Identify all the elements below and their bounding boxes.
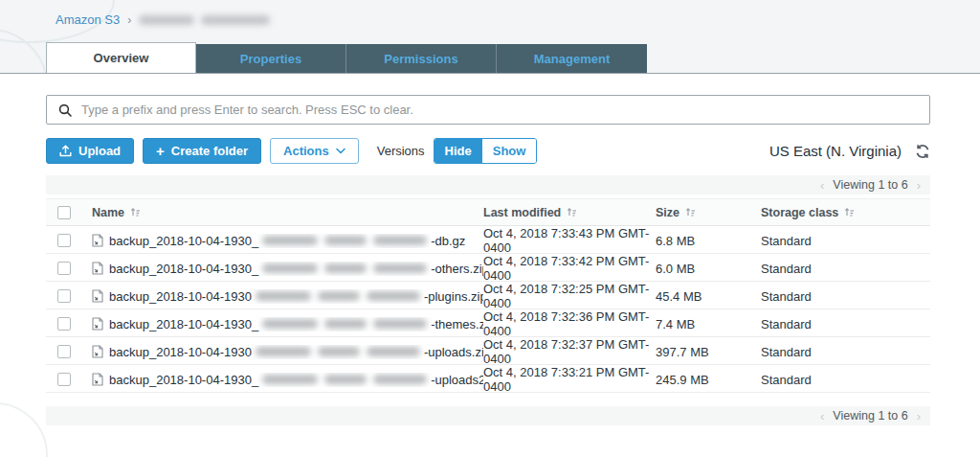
table-header-row: Name Last modified Size Storage class <box>46 198 930 226</box>
region-label: US East (N. Virginia) <box>769 143 902 159</box>
object-name-prefix: backup_2018-10-04-1930_ <box>109 262 258 276</box>
storage-class-cell: Standard <box>761 234 930 248</box>
table-row: backup_2018-10-04-1930-uploads.zipOct 4,… <box>46 337 930 365</box>
breadcrumb: Amazon S3 › <box>56 12 270 27</box>
tab-bar: Overview Properties Permissions Manageme… <box>46 42 647 73</box>
object-name-prefix: backup_2018-10-04-1930_ <box>109 234 258 248</box>
table-row: backup_2018-10-04-1930_-others.zipOct 4,… <box>46 254 930 282</box>
object-name-redacted <box>262 263 427 273</box>
row-checkbox[interactable] <box>57 345 71 358</box>
last-modified-cell: Oct 4, 2018 7:33:43 PM GMT-0400 <box>483 226 656 255</box>
page-next-icon[interactable]: › <box>917 179 921 192</box>
bucket-name-redacted[interactable] <box>139 15 270 25</box>
actions-dropdown-button[interactable]: Actions <box>270 138 359 164</box>
object-name-redacted <box>256 291 420 301</box>
plus-icon: + <box>156 143 165 159</box>
tab-management[interactable]: Management <box>497 44 647 73</box>
row-checkbox[interactable] <box>57 289 71 303</box>
create-folder-button[interactable]: + Create folder <box>143 138 261 164</box>
object-table-body: backup_2018-10-04-1930_-db.gzOct 4, 2018… <box>46 226 930 393</box>
page-prev-icon[interactable]: ‹ <box>820 410 824 423</box>
last-modified-cell: Oct 4, 2018 7:33:21 PM GMT-0400 <box>483 365 656 394</box>
pagination-bar-top: ‹ Viewing 1 to 6 › <box>46 175 930 194</box>
file-icon <box>92 373 103 386</box>
object-name-link[interactable]: backup_2018-10-04-1930_-db.gz <box>109 234 465 248</box>
object-name-prefix: backup_2018-10-04-1930_ <box>109 373 258 387</box>
last-modified-cell: Oct 4, 2018 7:32:25 PM GMT-0400 <box>483 282 656 310</box>
toolbar: Upload + Create folder Actions Versions … <box>46 138 930 164</box>
object-name-link[interactable]: backup_2018-10-04-1930-plugins.zip <box>109 289 483 304</box>
column-header-storage-class-label: Storage class <box>761 206 838 219</box>
actions-button-label: Actions <box>283 144 329 158</box>
viewing-range-label: Viewing 1 to 6 <box>833 178 907 192</box>
sort-icon[interactable] <box>685 207 696 217</box>
column-header-last-modified-label: Last modified <box>483 206 561 219</box>
versions-toggle: Hide Show <box>434 138 538 164</box>
console-header-band: Amazon S3 › Overview Properties Permissi… <box>0 0 980 74</box>
file-icon <box>92 234 103 247</box>
row-checkbox[interactable] <box>57 317 71 331</box>
size-cell: 6.0 MB <box>656 262 761 276</box>
tab-overview[interactable]: Overview <box>46 42 196 73</box>
prefix-search-box[interactable] <box>46 95 930 125</box>
last-modified-cell: Oct 4, 2018 7:32:36 PM GMT-0400 <box>483 309 656 338</box>
object-name-suffix: -db.gz <box>431 234 465 248</box>
storage-class-cell: Standard <box>761 317 930 331</box>
object-name-redacted <box>256 347 420 356</box>
size-cell: 7.4 MB <box>656 317 761 331</box>
column-header-last-modified[interactable]: Last modified <box>483 206 656 219</box>
overview-panel: Upload + Create folder Actions Versions … <box>46 74 930 425</box>
object-name-suffix: -others.zip <box>431 262 483 276</box>
column-header-name[interactable]: Name <box>84 206 483 219</box>
upload-button[interactable]: Upload <box>46 138 134 164</box>
object-name-suffix: -uploads.zip <box>424 345 483 359</box>
create-folder-button-label: Create folder <box>171 144 248 158</box>
object-name-link[interactable]: backup_2018-10-04-1930_-themes.zip <box>109 317 483 331</box>
file-icon <box>92 317 103 331</box>
size-cell: 45.4 MB <box>656 289 761 304</box>
chevron-down-icon <box>336 148 345 154</box>
file-icon <box>92 289 103 303</box>
row-checkbox[interactable] <box>57 373 71 386</box>
object-name-suffix: -uploads2.zip <box>431 373 483 387</box>
versions-show-button[interactable]: Show <box>482 139 537 163</box>
tab-properties[interactable]: Properties <box>196 44 346 73</box>
sort-icon[interactable] <box>567 207 577 217</box>
page-next-icon[interactable]: › <box>917 410 921 423</box>
decorative-curve <box>0 402 48 457</box>
column-header-size[interactable]: Size <box>656 206 761 219</box>
row-checkbox[interactable] <box>57 234 71 247</box>
versions-label: Versions <box>377 144 425 158</box>
object-name-prefix: backup_2018-10-04-1930_ <box>109 317 258 331</box>
tab-permissions[interactable]: Permissions <box>346 44 497 73</box>
breadcrumb-amazon-s3-link[interactable]: Amazon S3 <box>56 12 120 27</box>
storage-class-cell: Standard <box>761 262 930 276</box>
object-name-link[interactable]: backup_2018-10-04-1930-uploads.zip <box>109 345 483 359</box>
select-all-checkbox[interactable] <box>57 206 71 219</box>
versions-hide-button[interactable]: Hide <box>434 139 482 163</box>
object-name-redacted <box>262 375 427 384</box>
table-row: backup_2018-10-04-1930_-db.gzOct 4, 2018… <box>46 226 930 254</box>
file-icon <box>92 345 103 358</box>
object-name-suffix: -themes.zip <box>431 317 483 331</box>
search-input[interactable] <box>81 103 918 117</box>
object-name-prefix: backup_2018-10-04-1930 <box>109 289 252 304</box>
sort-icon[interactable] <box>844 207 855 217</box>
table-row: backup_2018-10-04-1930_-themes.zipOct 4,… <box>46 309 930 337</box>
search-icon <box>58 103 72 117</box>
size-cell: 6.8 MB <box>656 234 761 248</box>
object-name-prefix: backup_2018-10-04-1930 <box>109 345 252 359</box>
table-row: backup_2018-10-04-1930_-uploads2.zipOct … <box>46 365 930 393</box>
upload-icon <box>59 145 72 157</box>
refresh-icon[interactable] <box>915 144 930 159</box>
sort-icon[interactable] <box>130 207 141 217</box>
page-prev-icon[interactable]: ‹ <box>820 179 824 192</box>
storage-class-cell: Standard <box>761 373 930 387</box>
breadcrumb-separator: › <box>127 13 131 27</box>
row-checkbox[interactable] <box>57 262 71 275</box>
upload-button-label: Upload <box>78 144 121 158</box>
storage-class-cell: Standard <box>761 289 930 304</box>
object-name-link[interactable]: backup_2018-10-04-1930_-uploads2.zip <box>109 373 483 387</box>
column-header-storage-class[interactable]: Storage class <box>761 206 930 219</box>
object-name-link[interactable]: backup_2018-10-04-1930_-others.zip <box>109 262 483 276</box>
